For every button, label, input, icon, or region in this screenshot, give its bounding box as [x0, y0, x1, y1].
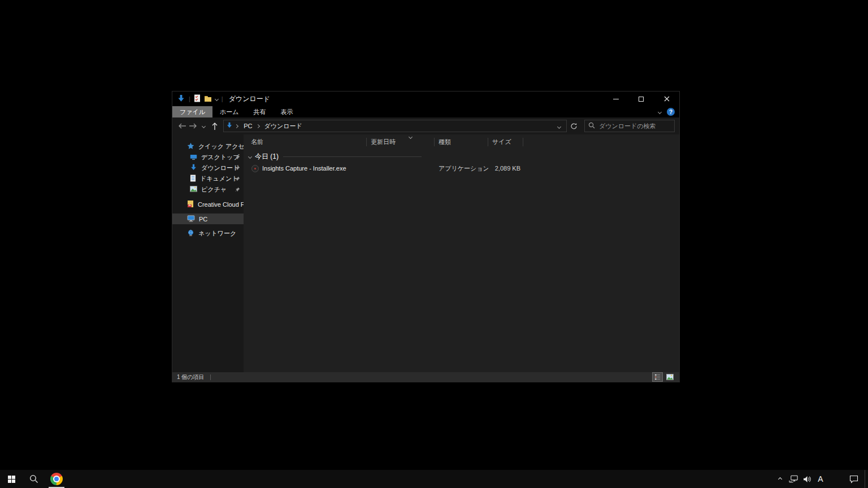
navigation-bar: PC ダウンロード — [172, 117, 679, 134]
pin-icon — [235, 165, 240, 171]
properties-icon[interactable] — [194, 94, 201, 103]
back-button[interactable] — [177, 120, 188, 132]
details-view-icon — [654, 374, 661, 380]
address-bar[interactable]: PC ダウンロード — [223, 120, 567, 132]
explorer-window: | | ダウンロード ファイル ホーム — [172, 91, 680, 382]
sidebar-item-creative-cloud-files[interactable]: Creative Cloud Files — [172, 199, 244, 210]
file-size: 2,089 KB — [488, 165, 523, 172]
pin-icon — [235, 176, 240, 181]
breadcrumb-downloads[interactable]: ダウンロード — [261, 122, 305, 130]
sidebar-item-network[interactable]: ネットワーク — [172, 228, 244, 239]
expand-ribbon-chevron-icon[interactable] — [658, 110, 662, 114]
tab-file[interactable]: ファイル — [172, 106, 212, 117]
minimize-icon — [613, 99, 619, 99]
close-icon — [664, 96, 670, 102]
group-header-today[interactable]: 今日 (1) — [244, 151, 422, 162]
status-bar: 1 個の項目 — [172, 372, 679, 382]
notification-icon — [849, 475, 858, 483]
search-icon — [29, 474, 38, 483]
file-type: アプリケーション — [435, 164, 488, 173]
column-label: サイズ — [492, 138, 511, 146]
sidebar-item-pc[interactable]: PC — [172, 213, 244, 224]
breadcrumb-pc[interactable]: PC — [240, 123, 255, 129]
column-label: 種類 — [439, 138, 451, 146]
new-folder-icon[interactable] — [204, 95, 212, 103]
ime-letter: A — [818, 474, 823, 483]
minimize-button[interactable] — [603, 91, 628, 106]
column-divider[interactable] — [523, 138, 523, 146]
installer-app-icon — [251, 165, 259, 172]
action-center-button[interactable] — [844, 470, 863, 488]
ime-mode-indicator[interactable]: A — [814, 470, 827, 488]
details-view-button[interactable] — [653, 373, 662, 381]
taskbar-search-button[interactable] — [23, 470, 45, 488]
navigation-pane: クイック アクセス デスクトップ ダウンロード — [172, 134, 244, 372]
tab-share[interactable]: 共有 — [246, 106, 274, 117]
tab-view[interactable]: 表示 — [274, 106, 301, 117]
column-label: 名前 — [251, 138, 263, 146]
sidebar-item-quick-access[interactable]: クイック アクセス — [172, 141, 244, 152]
qat-divider: | — [222, 95, 223, 102]
show-desktop-button[interactable] — [865, 470, 868, 488]
taskbar-chrome-button[interactable] — [45, 470, 68, 488]
column-headers: 名前 更新日時 種類 サイズ — [244, 136, 679, 148]
search-input[interactable] — [599, 123, 667, 129]
pin-icon — [235, 155, 240, 160]
document-icon — [190, 175, 196, 183]
location-downloads-icon — [226, 122, 233, 130]
column-header-size[interactable]: サイズ — [488, 136, 523, 148]
breadcrumb-chevron-icon[interactable] — [235, 124, 238, 128]
help-button[interactable]: ? — [667, 108, 675, 116]
qat-divider: | — [189, 95, 190, 102]
sidebar-item-documents[interactable]: ドキュメント — [172, 173, 244, 184]
explorer-main: クイック アクセス デスクトップ ダウンロード — [172, 134, 679, 372]
pc-monitor-icon — [187, 215, 195, 223]
file-row[interactable]: Insights Capture - Installer.exe アプリケーショ… — [244, 163, 679, 174]
taskbar: A — [0, 470, 868, 488]
tray-hidden-icons-button[interactable] — [773, 470, 787, 488]
sidebar-item-label: デスクトップ — [201, 153, 240, 162]
large-icons-view-icon — [666, 374, 674, 380]
forward-button[interactable] — [188, 120, 198, 132]
recent-locations-chevron-icon[interactable] — [198, 120, 209, 132]
window-title: ダウンロード — [229, 94, 270, 104]
quick-access-toolbar: | | ダウンロード — [172, 94, 270, 104]
group-divider-line — [283, 156, 422, 157]
sidebar-item-label: PC — [199, 216, 207, 223]
view-toggle-buttons — [653, 373, 675, 381]
caption-buttons — [603, 91, 679, 106]
sidebar-item-desktop[interactable]: デスクトップ — [172, 152, 244, 163]
sidebar-item-downloads[interactable]: ダウンロード — [172, 163, 244, 173]
qat-customize-chevron-icon[interactable] — [215, 97, 219, 101]
group-label: 今日 (1) — [255, 152, 279, 162]
volume-icon[interactable] — [800, 470, 814, 488]
large-icons-view-button[interactable] — [665, 373, 675, 381]
start-button[interactable] — [0, 470, 23, 488]
items-count: 1 個の項目 — [177, 373, 205, 381]
column-header-name[interactable]: 名前 — [244, 136, 367, 148]
column-header-date-modified[interactable]: 更新日時 — [367, 136, 435, 148]
titlebar[interactable]: | | ダウンロード — [172, 91, 679, 106]
refresh-button[interactable] — [568, 120, 580, 132]
pin-icon — [235, 187, 240, 192]
breadcrumb-chevron-icon[interactable] — [256, 124, 260, 128]
file-list-pane[interactable]: 名前 更新日時 種類 サイズ — [244, 134, 679, 372]
chevron-up-icon — [778, 477, 782, 481]
network-status-icon[interactable] — [787, 470, 800, 488]
close-button[interactable] — [654, 91, 679, 106]
sidebar-item-pictures[interactable]: ピクチャ — [172, 184, 244, 195]
column-label: 更新日時 — [371, 138, 396, 146]
creative-cloud-folder-icon — [187, 200, 194, 209]
search-box[interactable] — [584, 120, 675, 132]
tab-home[interactable]: ホーム — [212, 106, 246, 117]
group-collapse-chevron-icon[interactable] — [248, 154, 252, 158]
up-button[interactable] — [209, 120, 220, 132]
address-dropdown-chevron-icon[interactable] — [554, 123, 564, 129]
file-name: Insights Capture - Installer.exe — [262, 165, 346, 172]
desktop[interactable]: | | ダウンロード ファイル ホーム — [0, 0, 868, 488]
column-header-type[interactable]: 種類 — [435, 136, 488, 148]
download-icon — [190, 164, 197, 172]
pictures-icon — [190, 186, 197, 193]
maximize-button[interactable] — [628, 91, 654, 106]
sidebar-item-label: ネットワーク — [198, 229, 236, 238]
